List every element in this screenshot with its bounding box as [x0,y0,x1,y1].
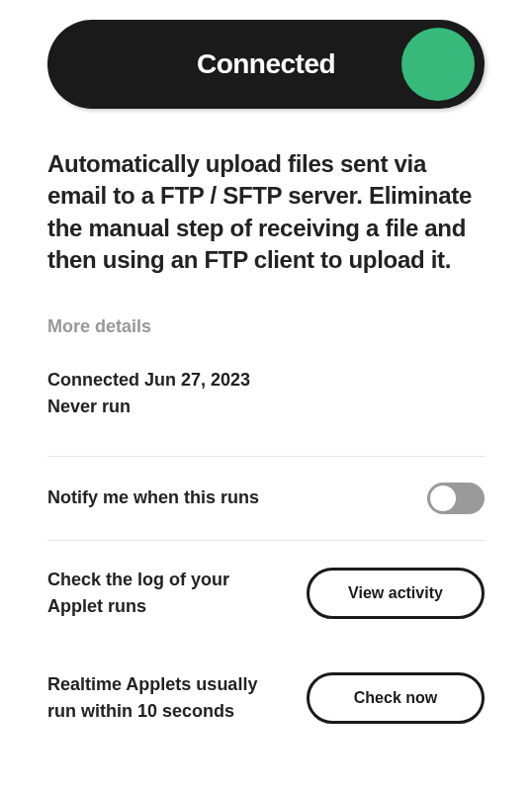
view-activity-button[interactable]: View activity [307,568,485,619]
more-details-link[interactable]: More details [47,316,485,337]
connected-date: Connected Jun 27, 2023 [47,367,485,394]
connection-toggle[interactable]: Connected [47,20,485,109]
check-row: Realtime Applets usually run within 10 s… [47,646,485,750]
applet-description: Automatically upload files sent via emai… [47,148,485,277]
connection-meta: Connected Jun 27, 2023 Never run [47,367,485,420]
applet-settings-panel: Connected Automatically upload files sen… [0,0,532,780]
notify-label: Notify me when this runs [47,485,259,511]
check-label: Realtime Applets usually run within 10 s… [47,671,265,725]
connection-status-label: Connected [197,48,335,80]
last-run: Never run [47,394,485,420]
activity-label: Check the log of your Applet runs [47,567,265,620]
status-indicator-icon [401,28,475,101]
notify-row: Notify me when this runs [47,457,485,540]
toggle-knob-icon [430,485,456,511]
activity-row: Check the log of your Applet runs View a… [47,541,485,646]
notify-toggle[interactable] [427,483,485,514]
check-now-button[interactable]: Check now [307,672,485,724]
